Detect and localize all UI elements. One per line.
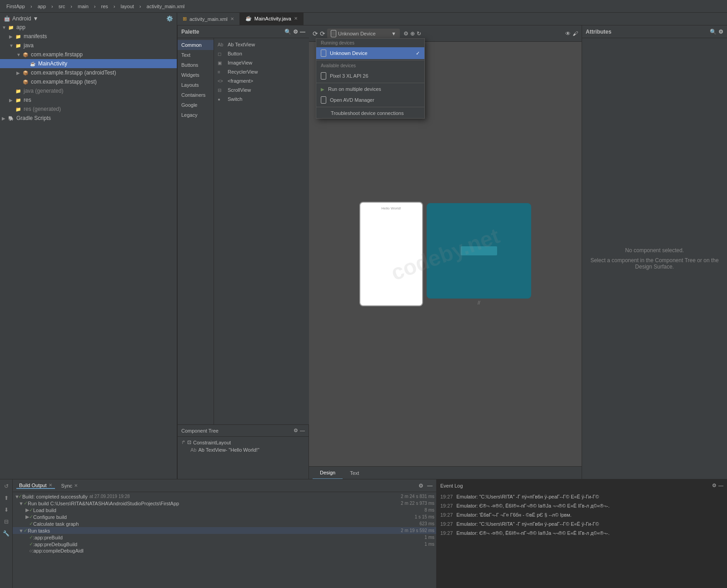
build-row-load[interactable]: ▶ ✓ Load build 8 ms (13, 507, 436, 513)
prebuild-label: :app:preBuild (33, 535, 63, 540)
log-entry-2: 19:27 Emulator: 'Ё6вГ¬-Г ¬Г¤ Г6бн - ©вЁ … (440, 512, 723, 518)
build-row-calc-task[interactable]: ✓ Calculate task graph 623 ms (13, 520, 436, 527)
toolbar-icon-2[interactable]: ⟳ (320, 30, 325, 37)
top-bar-main[interactable]: main (75, 4, 91, 9)
build-tab-sync[interactable]: Sync ✕ (59, 483, 80, 488)
bottom-icon-wrench[interactable]: 🔧 (1, 528, 11, 538)
top-bar-app[interactable]: app (35, 4, 49, 9)
palette-cat-layouts[interactable]: Layouts (178, 80, 214, 90)
build-row-configure[interactable]: ▶ ✓ Configure build 1 s 15 ms (13, 513, 436, 520)
attributes-gear-icon[interactable]: ⚙ (718, 29, 723, 35)
tree-item-res-generated[interactable]: 📁 res (generated) (0, 105, 177, 114)
palette-item-imageview[interactable]: ▣ ImageView (214, 58, 309, 67)
build-row-compiledebug[interactable]: ○ :app:compileDebugAidl (13, 548, 436, 554)
tree-node-constraintlayout[interactable]: ↱ ⊡ ConstraintLayout (181, 439, 305, 446)
palette-item-textview[interactable]: Ab Ab TextView (214, 40, 309, 49)
bottom-icon-filter[interactable]: ⊟ (1, 517, 11, 527)
component-tree-collapse-icon[interactable]: — (300, 428, 305, 434)
layout-arrow-icon: ↱ (181, 439, 185, 445)
constraintlayout-icon: ⊡ (187, 439, 191, 445)
event-log-gear-icon[interactable]: ⚙ (712, 483, 717, 488)
palette-cat-legacy[interactable]: Legacy (178, 110, 214, 120)
attributes-search-icon[interactable]: 🔍 (710, 29, 717, 35)
tree-item-package-test[interactable]: 📦 com.example.firstapp (test) (0, 77, 177, 86)
tree-item-java[interactable]: ▼ 📁 java (0, 41, 177, 50)
palette-item-button[interactable]: ◻ Button (214, 49, 309, 58)
tab-text[interactable]: Text (343, 467, 366, 479)
toolbar-icon-brush[interactable]: 🖌 (573, 30, 578, 37)
tab-close-java[interactable]: ✕ (294, 16, 298, 21)
event-log-title: Event Log (440, 483, 463, 488)
tree-item-res[interactable]: ▶ 📁 res (0, 95, 177, 105)
build-row-run-build[interactable]: ▼ ✓ Run build C:\Users\RITA&NATASHA\Andr… (13, 500, 436, 507)
palette-cat-widgets[interactable]: Widgets (178, 70, 214, 80)
palette-cat-text[interactable]: Text (178, 50, 214, 60)
device-dropdown[interactable]: Running devices Unknown Device ✓ Availab… (316, 38, 425, 119)
dropdown-troubleshoot-label: Troubleshoot device connections (331, 110, 403, 116)
dropdown-item-open-avd[interactable]: Open AVD Manager (316, 94, 424, 106)
build-row-prebuild[interactable]: ✓ :app:preBuild 1 ms (13, 534, 436, 541)
tree-item-gradle[interactable]: ▶ 🐘 Gradle Scripts (0, 114, 177, 123)
dropdown-pixel-label: Pixel 3 XL API 26 (330, 73, 368, 79)
toolbar-icon-1[interactable]: ⟳ (313, 30, 318, 37)
top-bar-res[interactable]: res (99, 4, 111, 9)
palette-gear-icon[interactable]: ⚙ (293, 29, 298, 35)
tree-item-package-androidtest[interactable]: ▶ 📦 com.example.firstapp (androidTest) (0, 68, 177, 77)
palette-cat-google[interactable]: Google (178, 100, 214, 110)
tab-activity-main-xml[interactable]: ⊞ activity_main.xml ✕ (177, 13, 240, 25)
build-minimize-icon[interactable]: — (427, 483, 433, 489)
open-avd-icon (321, 96, 326, 104)
tree-item-java-generated[interactable]: 📁 java (generated) (0, 86, 177, 95)
palette-cat-containers[interactable]: Containers (178, 90, 214, 100)
tab-design[interactable]: Design (313, 467, 343, 479)
palette-item-fragment[interactable]: <> <fragment> (214, 76, 309, 85)
sync-close[interactable]: ✕ (74, 483, 78, 488)
build-gear-icon[interactable]: ⚙ (418, 483, 423, 489)
bottom-icon-down[interactable]: ⬇ (1, 505, 11, 515)
top-bar-firstapp[interactable]: FirstApp (4, 4, 28, 9)
palette-search-icon[interactable]: 🔍 (284, 29, 291, 35)
dropdown-phone-icon-unknown (321, 50, 326, 57)
palette-item-scrollview[interactable]: ⊟ ScrollView (214, 85, 309, 95)
top-bar-activity-main[interactable]: activity_main.xml (144, 4, 188, 9)
tree-item-mainactivity[interactable]: ☕ MainActivity (0, 59, 177, 68)
no-component-hint: Select a component in the Component Tree… (589, 257, 720, 270)
build-row-predebugbuild[interactable]: ✓ :app:preDebugBuild 1 ms (13, 541, 436, 548)
component-tree-gear-icon[interactable]: ⚙ (294, 428, 298, 434)
toolbar-icon-4[interactable]: ⊕ (410, 30, 415, 37)
tree-item-package-main[interactable]: ▼ 📦 com.example.firstapp (0, 50, 177, 59)
tab-close-xml[interactable]: ✕ (230, 16, 234, 21)
palette-cat-common[interactable]: Common (178, 40, 214, 50)
palette-cat-buttons[interactable]: Buttons (178, 60, 214, 70)
chevron-down-icon: ▼ (33, 15, 38, 22)
build-row-run-tasks[interactable]: ▼ ✓ Run tasks 2 m 19 s 592 ms (13, 527, 436, 534)
palette-item-switch[interactable]: ● Switch (214, 95, 309, 104)
toolbar-icon-3[interactable]: ⚙ (403, 30, 408, 37)
dropdown-item-pixel[interactable]: Pixel 3 XL API 26 (316, 70, 424, 82)
build-tab-output[interactable]: Build Output ✕ (16, 483, 55, 489)
tree-item-app[interactable]: ▼ 📁 app (0, 23, 177, 32)
run-tasks-label: Run tasks (28, 528, 50, 533)
bottom-panel: ↺ ⬆ ⬇ ⊟ 🔧 Build Output ✕ Sync ✕ ⚙ — ▼ ✓ (0, 479, 727, 588)
build-success-label: Build: completed successfully (22, 494, 88, 499)
device-selector[interactable]: Unknown Device ▼ (327, 29, 400, 39)
tab-mainactivity-java[interactable]: ☕ MainActivity.java ✕ (240, 13, 304, 25)
top-bar-src[interactable]: src (56, 4, 68, 9)
event-log-minimize-icon[interactable]: — (718, 483, 723, 488)
dropdown-item-unknown-device[interactable]: Unknown Device ✓ (316, 47, 424, 59)
top-bar-layout[interactable]: layout (118, 4, 136, 9)
toolbar-orientation-icon[interactable]: ↻ (417, 30, 421, 37)
tree-node-textview[interactable]: Ab Ab TextView- "Hello World!" (181, 446, 305, 453)
dropdown-item-troubleshoot[interactable]: Troubleshoot device connections (316, 108, 424, 118)
bottom-icon-refresh[interactable]: ↺ (1, 481, 11, 491)
palette-item-recyclerview[interactable]: ≡ RecyclerView (214, 67, 309, 76)
android-selector[interactable]: 🤖 Android ▼ ⚙️ (0, 15, 177, 23)
dropdown-item-run-multiple[interactable]: ▶ Run on multiple devices (316, 84, 424, 94)
bottom-icon-up[interactable]: ⬆ (1, 493, 11, 503)
toolbar-icon-eye[interactable]: 👁 (565, 30, 571, 37)
palette-close-icon[interactable]: — (300, 29, 305, 35)
tree-item-manifests[interactable]: ▶ 📁 manifests (0, 32, 177, 41)
build-row-success[interactable]: ▼ ✓ Build: completed successfully at 27.… (13, 493, 436, 500)
build-output-close[interactable]: ✕ (49, 483, 52, 488)
dropdown-sep-3 (316, 107, 424, 107)
